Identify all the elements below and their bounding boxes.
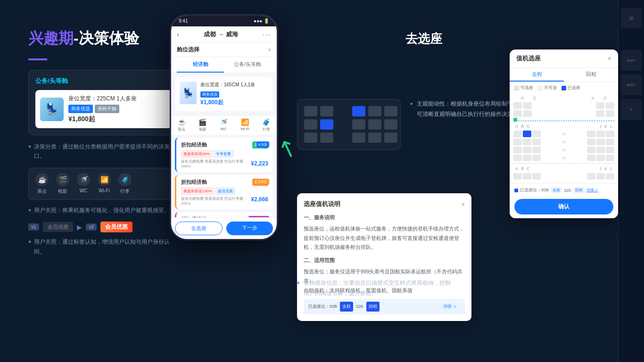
seat-cell[interactable] bbox=[523, 110, 532, 117]
modal-close-icon[interactable]: × bbox=[268, 47, 271, 53]
seat-gap bbox=[336, 106, 349, 116]
bottom-wc: 🚿 WC bbox=[220, 118, 228, 132]
seat-cell[interactable] bbox=[523, 102, 532, 109]
business-card: 公务/头等舱 💺 座位宽度：225CM 1人多座 商务优选 座椅平躺 ¥1,80… bbox=[28, 70, 179, 135]
seat-cell[interactable] bbox=[587, 147, 595, 153]
v2-member-badge: 会员优惠 bbox=[100, 222, 132, 232]
seat-cell[interactable] bbox=[513, 139, 522, 145]
phone-mockup: 9:41 ●●● 🔋 ‹ 成都 → 威海 ··· 舱位选择 × 经济舱 公务/头… bbox=[170, 14, 278, 344]
seat-row-last bbox=[513, 173, 614, 180]
seat-cell[interactable] bbox=[606, 131, 614, 137]
seat-spec: 座位宽度：225CM 1人多座 bbox=[68, 95, 167, 103]
score-badge-3: 6.9分 bbox=[256, 216, 269, 217]
seat-icon: 💺 bbox=[40, 98, 64, 121]
tab-outbound[interactable]: 去程 bbox=[510, 68, 564, 82]
desc1: 决策分类：通过舱位分类根据用户需求提供不同的决策入口。 bbox=[28, 142, 179, 161]
outbound-tag: 去程 bbox=[551, 187, 562, 193]
panel-icon-1: ⊞ bbox=[621, 8, 642, 28]
service-bottom-icons: ☕ 茶点 🎬 电影 🚿 WC 📶 Wi-Fi 🧳 行李 bbox=[171, 115, 277, 135]
icon-luggage: 🧳 行李 bbox=[118, 173, 132, 195]
seat-cell bbox=[384, 106, 397, 116]
seat-cell[interactable] bbox=[532, 155, 541, 161]
seat-cell[interactable] bbox=[532, 139, 541, 145]
legend-available-box bbox=[514, 86, 519, 90]
bottom-tea-icon: ☕ bbox=[178, 118, 186, 126]
section-divider bbox=[513, 163, 614, 164]
col-labels-top: AC AC bbox=[513, 96, 614, 100]
seat-cell[interactable] bbox=[532, 131, 541, 137]
dialog-footer: 已选座位：50B 去程 32K 回程 详情 ∧ 确认 bbox=[510, 183, 618, 218]
seat-cell[interactable] bbox=[513, 173, 522, 180]
icon-tea: ☕ 茶点 bbox=[35, 173, 49, 195]
seat-cell[interactable] bbox=[596, 131, 605, 137]
seat-bar-label: 已选座位：50B bbox=[308, 303, 337, 310]
seat-cell[interactable] bbox=[587, 155, 595, 161]
promo-price-2: ¥2,666 bbox=[251, 196, 268, 206]
seat-bar-tag-return: 回程 bbox=[366, 302, 380, 311]
seat-cell[interactable] bbox=[513, 147, 522, 153]
left-section: 兴趣期-决策体验 公务/头等舱 💺 座位宽度：225CM 1人多座 商务优选 座… bbox=[28, 28, 179, 263]
seat-cell[interactable] bbox=[606, 173, 614, 180]
wifi-icon: 📶 bbox=[98, 173, 111, 186]
seat-cell[interactable] bbox=[596, 173, 605, 180]
badge-business: 商务优选 bbox=[68, 105, 93, 113]
go-seat-button[interactable]: 去选座 bbox=[175, 222, 223, 235]
seat-cell[interactable] bbox=[523, 147, 531, 153]
promo-badges-1: 惠超前初花90% 专享套餐 bbox=[181, 150, 268, 157]
seat-cell[interactable] bbox=[513, 131, 522, 137]
seat-cell[interactable] bbox=[523, 173, 531, 180]
tab-business[interactable]: 公务/头等舱 bbox=[224, 57, 271, 73]
page-title: 兴趣期-决策体验 bbox=[28, 28, 179, 49]
next-button[interactable]: 下一步 bbox=[226, 222, 273, 235]
seat-cell[interactable] bbox=[606, 139, 614, 145]
confirm-button[interactable]: 确认 bbox=[514, 199, 613, 214]
detail-link[interactable]: 详情 ∧ bbox=[586, 188, 598, 193]
legend-unavailable: 不可选 bbox=[538, 85, 557, 91]
phone-status-bar: 9:41 ●●● 🔋 bbox=[171, 16, 277, 26]
seat-cell[interactable] bbox=[606, 110, 614, 117]
seat-cell[interactable] bbox=[596, 139, 605, 145]
right-panel: ⊞ EXIT EXIT × bbox=[618, 0, 644, 362]
modal-title: 舱位选择 bbox=[177, 46, 199, 54]
dialog-tabs: 去程 回程 bbox=[510, 68, 618, 82]
seat-cell[interactable] bbox=[587, 139, 595, 145]
seat-selection-dialog: 值机选座 × 去程 回程 可选座 不可选 已选座 AC AC bbox=[510, 49, 618, 218]
tab-economy[interactable]: 经济舱 bbox=[177, 57, 224, 73]
seat-cell[interactable] bbox=[587, 131, 595, 137]
seat-cell bbox=[368, 119, 381, 130]
seat-cell[interactable] bbox=[513, 155, 522, 161]
dialog-close-button[interactable]: × bbox=[608, 55, 611, 62]
nav-back-button[interactable]: ‹ bbox=[177, 31, 179, 38]
dialog-legend: 可选座 不可选 已选座 bbox=[510, 82, 618, 94]
seat-cell[interactable] bbox=[513, 102, 522, 109]
nav-more-button[interactable]: ··· bbox=[263, 31, 271, 38]
seat-cell[interactable] bbox=[606, 155, 614, 161]
legend-unavailable-box bbox=[538, 86, 543, 90]
seat-cell[interactable] bbox=[523, 139, 531, 145]
seat-cell-selected[interactable] bbox=[523, 131, 531, 137]
detail-expand-button[interactable]: 详情 ∨ bbox=[439, 303, 460, 311]
seat-details: 座位宽度：225CM 1人多座 商务优选 座椅平躺 ¥1,800起 bbox=[68, 95, 167, 123]
seat-cell[interactable] bbox=[606, 102, 614, 109]
seat-cell[interactable] bbox=[513, 110, 522, 117]
cabin-tabs: 经济舱 公务/头等舱 bbox=[171, 57, 277, 73]
seat-cell[interactable] bbox=[606, 147, 614, 153]
seat-row bbox=[513, 102, 614, 109]
seat-cell[interactable] bbox=[587, 173, 595, 180]
bottom-movie-icon: 🎬 bbox=[198, 118, 206, 126]
bottom-luggage-icon: 🧳 bbox=[262, 118, 270, 126]
seat-cell[interactable] bbox=[532, 147, 541, 153]
movie-icon: 🎬 bbox=[56, 173, 69, 186]
instruction-close-button[interactable]: × bbox=[461, 201, 465, 208]
seat-cell[interactable] bbox=[596, 102, 604, 109]
seat-cell[interactable] bbox=[596, 110, 604, 117]
seat-cell[interactable] bbox=[523, 155, 531, 161]
phone-time: 9:41 bbox=[179, 18, 188, 24]
seat-cell[interactable] bbox=[596, 155, 605, 161]
bottom-wifi-icon: 📶 bbox=[241, 118, 249, 126]
economy-seat-img: 💺 bbox=[180, 82, 197, 104]
seat-cell[interactable] bbox=[596, 147, 605, 153]
seat-map-preview bbox=[297, 99, 401, 150]
seat-cell[interactable] bbox=[532, 173, 541, 180]
tab-return[interactable]: 回程 bbox=[564, 68, 618, 82]
